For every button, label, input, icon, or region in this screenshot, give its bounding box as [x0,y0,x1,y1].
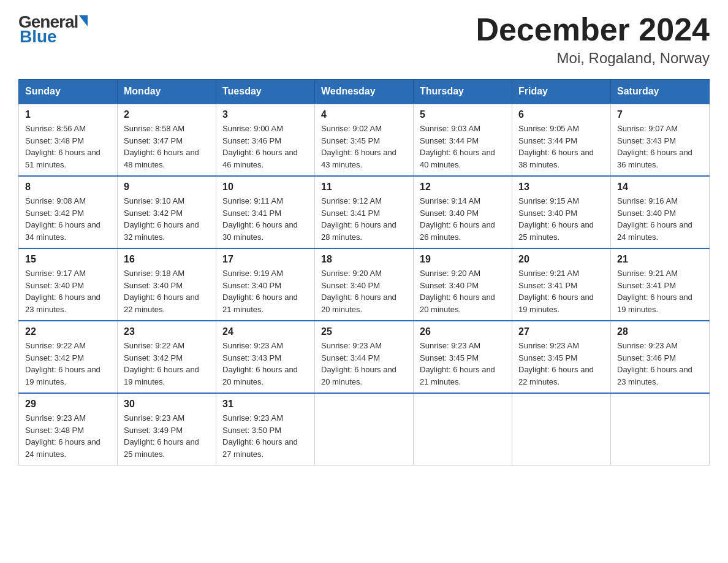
day-number: 15 [25,254,111,265]
day-info: Sunrise: 9:23 AMSunset: 3:46 PMDaylight:… [617,341,692,386]
day-number: 28 [617,326,703,337]
logo-arrow-icon [79,15,88,26]
day-info: Sunrise: 9:22 AMSunset: 3:42 PMDaylight:… [124,341,199,386]
logo-blue-text: Blue [20,27,57,47]
week-row-4: 22 Sunrise: 9:22 AMSunset: 3:42 PMDaylig… [19,321,710,393]
day-number: 6 [518,109,604,120]
calendar-cell: 15 Sunrise: 9:17 AMSunset: 3:40 PMDaylig… [19,248,118,321]
calendar-cell [512,393,611,465]
calendar-cell: 8 Sunrise: 9:08 AMSunset: 3:42 PMDayligh… [19,176,118,248]
day-number: 18 [321,254,407,265]
calendar-cell: 2 Sunrise: 8:58 AMSunset: 3:47 PMDayligh… [118,104,216,176]
day-info: Sunrise: 9:11 AMSunset: 3:41 PMDaylight:… [222,196,298,242]
day-info: Sunrise: 9:20 AMSunset: 3:40 PMDaylight:… [420,269,495,314]
day-number: 3 [222,109,308,120]
day-info: Sunrise: 9:22 AMSunset: 3:42 PMDaylight:… [25,341,100,386]
day-number: 31 [222,399,308,410]
day-number: 8 [25,182,111,193]
calendar-cell: 1 Sunrise: 8:56 AMSunset: 3:48 PMDayligh… [19,104,118,176]
calendar-cell [414,393,512,465]
week-row-5: 29 Sunrise: 9:23 AMSunset: 3:48 PMDaylig… [19,393,710,465]
day-info: Sunrise: 9:08 AMSunset: 3:42 PMDaylight:… [25,196,100,242]
calendar-title: December 2024 [476,12,710,47]
day-info: Sunrise: 9:23 AMSunset: 3:43 PMDaylight:… [222,341,298,386]
calendar-cell: 4 Sunrise: 9:02 AMSunset: 3:45 PMDayligh… [315,104,414,176]
day-info: Sunrise: 8:58 AMSunset: 3:47 PMDaylight:… [124,124,199,169]
day-number: 25 [321,326,407,337]
calendar-body: 1 Sunrise: 8:56 AMSunset: 3:48 PMDayligh… [19,104,710,465]
day-number: 26 [420,326,506,337]
day-info: Sunrise: 9:14 AMSunset: 3:40 PMDaylight:… [420,196,495,242]
day-number: 22 [25,326,111,337]
calendar-cell: 23 Sunrise: 9:22 AMSunset: 3:42 PMDaylig… [118,321,216,393]
calendar-cell: 16 Sunrise: 9:18 AMSunset: 3:40 PMDaylig… [118,248,216,321]
day-info: Sunrise: 9:23 AMSunset: 3:45 PMDaylight:… [518,341,594,386]
day-number: 7 [617,109,703,120]
day-info: Sunrise: 9:19 AMSunset: 3:40 PMDaylight:… [222,269,298,314]
title-block: December 2024 Moi, Rogaland, Norway [476,12,710,67]
day-number: 4 [321,109,407,120]
week-row-2: 8 Sunrise: 9:08 AMSunset: 3:42 PMDayligh… [19,176,710,248]
day-info: Sunrise: 9:00 AMSunset: 3:46 PMDaylight:… [222,124,298,169]
day-info: Sunrise: 9:16 AMSunset: 3:40 PMDaylight:… [617,196,692,242]
page-header: General Blue December 2024 Moi, Rogaland… [18,12,710,67]
day-info: Sunrise: 9:23 AMSunset: 3:48 PMDaylight:… [25,413,100,459]
day-info: Sunrise: 8:56 AMSunset: 3:48 PMDaylight:… [25,124,100,169]
calendar-cell: 13 Sunrise: 9:15 AMSunset: 3:40 PMDaylig… [512,176,611,248]
calendar-cell: 27 Sunrise: 9:23 AMSunset: 3:45 PMDaylig… [512,321,611,393]
calendar-cell: 3 Sunrise: 9:00 AMSunset: 3:46 PMDayligh… [216,104,315,176]
day-number: 21 [617,254,703,265]
week-row-1: 1 Sunrise: 8:56 AMSunset: 3:48 PMDayligh… [19,104,710,176]
day-info: Sunrise: 9:10 AMSunset: 3:42 PMDaylight:… [124,196,199,242]
day-number: 30 [124,399,210,410]
day-info: Sunrise: 9:23 AMSunset: 3:45 PMDaylight:… [420,341,495,386]
calendar-cell: 6 Sunrise: 9:05 AMSunset: 3:44 PMDayligh… [512,104,611,176]
week-row-3: 15 Sunrise: 9:17 AMSunset: 3:40 PMDaylig… [19,248,710,321]
calendar-cell: 30 Sunrise: 9:23 AMSunset: 3:49 PMDaylig… [118,393,216,465]
day-info: Sunrise: 9:03 AMSunset: 3:44 PMDaylight:… [420,124,495,169]
day-number: 19 [420,254,506,265]
day-info: Sunrise: 9:17 AMSunset: 3:40 PMDaylight:… [25,269,100,314]
calendar-subtitle: Moi, Rogaland, Norway [476,50,710,67]
calendar-cell: 18 Sunrise: 9:20 AMSunset: 3:40 PMDaylig… [315,248,414,321]
header-cell-saturday: Saturday [611,80,710,104]
day-number: 27 [518,326,604,337]
calendar-cell: 7 Sunrise: 9:07 AMSunset: 3:43 PMDayligh… [611,104,710,176]
logo: General Blue [18,12,88,47]
day-info: Sunrise: 9:05 AMSunset: 3:44 PMDaylight:… [518,124,594,169]
day-number: 17 [222,254,308,265]
calendar-cell: 11 Sunrise: 9:12 AMSunset: 3:41 PMDaylig… [315,176,414,248]
day-info: Sunrise: 9:12 AMSunset: 3:41 PMDaylight:… [321,196,396,242]
calendar-cell: 14 Sunrise: 9:16 AMSunset: 3:40 PMDaylig… [611,176,710,248]
header-cell-sunday: Sunday [19,80,118,104]
day-number: 29 [25,399,111,410]
day-number: 12 [420,182,506,193]
calendar-cell: 20 Sunrise: 9:21 AMSunset: 3:41 PMDaylig… [512,248,611,321]
header-cell-tuesday: Tuesday [216,80,315,104]
day-number: 10 [222,182,308,193]
day-info: Sunrise: 9:23 AMSunset: 3:50 PMDaylight:… [222,413,298,459]
day-info: Sunrise: 9:07 AMSunset: 3:43 PMDaylight:… [617,124,692,169]
day-number: 11 [321,182,407,193]
day-info: Sunrise: 9:02 AMSunset: 3:45 PMDaylight:… [321,124,396,169]
day-info: Sunrise: 9:15 AMSunset: 3:40 PMDaylight:… [518,196,594,242]
day-info: Sunrise: 9:18 AMSunset: 3:40 PMDaylight:… [124,269,199,314]
calendar-cell [315,393,414,465]
day-info: Sunrise: 9:23 AMSunset: 3:49 PMDaylight:… [124,413,199,459]
calendar-cell: 29 Sunrise: 9:23 AMSunset: 3:48 PMDaylig… [19,393,118,465]
header-cell-friday: Friday [512,80,611,104]
day-number: 24 [222,326,308,337]
day-info: Sunrise: 9:23 AMSunset: 3:44 PMDaylight:… [321,341,396,386]
header-row: SundayMondayTuesdayWednesdayThursdayFrid… [19,80,710,104]
calendar-cell: 31 Sunrise: 9:23 AMSunset: 3:50 PMDaylig… [216,393,315,465]
day-info: Sunrise: 9:21 AMSunset: 3:41 PMDaylight:… [518,269,594,314]
header-cell-thursday: Thursday [414,80,512,104]
calendar-cell: 28 Sunrise: 9:23 AMSunset: 3:46 PMDaylig… [611,321,710,393]
calendar-cell: 19 Sunrise: 9:20 AMSunset: 3:40 PMDaylig… [414,248,512,321]
day-number: 14 [617,182,703,193]
day-info: Sunrise: 9:21 AMSunset: 3:41 PMDaylight:… [617,269,692,314]
calendar-cell: 9 Sunrise: 9:10 AMSunset: 3:42 PMDayligh… [118,176,216,248]
calendar-cell: 5 Sunrise: 9:03 AMSunset: 3:44 PMDayligh… [414,104,512,176]
calendar-header: SundayMondayTuesdayWednesdayThursdayFrid… [19,80,710,104]
day-number: 5 [420,109,506,120]
